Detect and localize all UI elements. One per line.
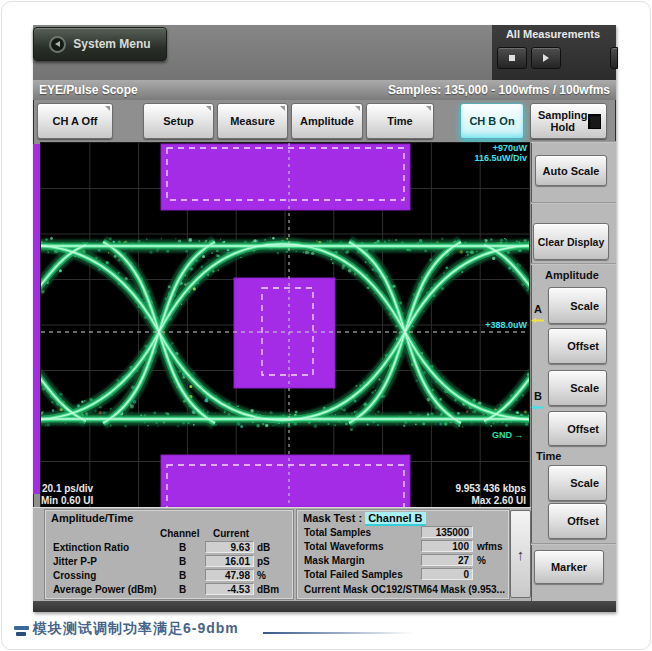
row-label: Crossing <box>53 570 96 581</box>
marker-a-level-readout: +388.0uW <box>420 320 527 330</box>
measure-label: Measure <box>230 115 275 127</box>
ch-a-label: CH A Off <box>52 115 97 127</box>
gnd-arrow-icon: → <box>515 430 524 440</box>
screenshot-stage: System Menu All Measurements EYE/Pulse S… <box>0 0 652 651</box>
measurements-extra-button[interactable] <box>610 47 618 69</box>
all-measurements-label: All Measurements <box>492 28 614 40</box>
row-label: Mask Margin <box>304 555 365 566</box>
measurements-stop-button[interactable] <box>497 47 527 69</box>
top-level-readout: +970uW <box>420 143 527 153</box>
sampling-hold-label: SamplingHold <box>538 109 588 133</box>
bottom-bezel <box>33 601 616 612</box>
time-section-label: Time <box>536 450 561 462</box>
setup-button[interactable]: Setup <box>143 103 214 139</box>
time-offset-button[interactable]: Offset <box>548 503 607 539</box>
mask-region-center <box>234 278 335 388</box>
current-mask-value: OC192/STM64 Mask (9.953... <box>371 584 505 595</box>
ch-a-button[interactable]: CH A Off <box>37 103 113 139</box>
samples-status: Samples: 135,000 - 100wfms / 100wfms <box>388 83 610 97</box>
current-mask-label: Current Mask <box>304 584 368 595</box>
min-ui-readout: Min 0.60 UI <box>41 495 93 506</box>
time-scale-button[interactable]: Scale <box>548 465 607 501</box>
row-label: Jitter P-P <box>53 556 97 567</box>
amplitude-table-title: Amplitude/Time <box>51 512 133 524</box>
sampling-hold-button[interactable]: SamplingHold <box>530 103 607 139</box>
app-title: EYE/Pulse Scope <box>39 83 138 97</box>
system-menu-label: System Menu <box>73 37 150 51</box>
measure-button[interactable]: Measure <box>217 103 288 139</box>
bitrate-readout: 9.953 436 kbps <box>400 483 526 494</box>
time-per-div-readout: 20.1 ps/div <box>42 483 93 494</box>
gnd-marker: GND → <box>492 430 524 440</box>
caption-rule <box>263 632 413 634</box>
title-bar: EYE/Pulse Scope Samples: 135,000 - 100wf… <box>33 80 616 100</box>
row-label: Total Samples <box>304 527 371 538</box>
ch-b-button[interactable]: CH B On <box>460 103 524 139</box>
row-value: 27 <box>421 554 473 566</box>
play-icon <box>543 54 549 62</box>
system-menu-icon <box>49 36 66 53</box>
measurements-run-button[interactable] <box>531 47 561 69</box>
row-label: Total Waveforms <box>304 541 383 552</box>
amplitude-scale-b-button[interactable]: Scale <box>548 370 607 406</box>
up-arrow-icon: ↑ <box>517 546 525 563</box>
scale-per-div-readout: 116.5uW/Div <box>420 153 527 163</box>
row-value: 0 <box>421 568 473 580</box>
row-label: Extinction Ratio <box>53 542 129 553</box>
amplitude-scale-a-button[interactable]: Scale <box>548 287 607 324</box>
ch-b-label: CH B On <box>469 115 514 127</box>
amplitude-section-label: Amplitude <box>545 269 599 281</box>
mask-table-title: Mask Test : Channel B <box>303 512 426 524</box>
row-value: 16.01 <box>205 555 254 567</box>
clear-display-button[interactable]: Clear Display <box>533 223 609 260</box>
marker-b-label: B <box>534 390 542 402</box>
row-value: 100 <box>421 540 473 552</box>
amplitude-button[interactable]: Amplitude <box>291 103 363 139</box>
marker-a-label: A <box>534 303 542 315</box>
amplitude-offset-a-button[interactable]: Offset <box>548 328 607 364</box>
caption-text: 模块测试调制功率满足6-9dbm <box>33 620 239 638</box>
row-label: Average Power (dBm) <box>53 584 157 595</box>
marker-button[interactable]: Marker <box>534 550 604 584</box>
system-menu-button[interactable]: System Menu <box>33 27 167 61</box>
row-value: 135000 <box>421 526 473 538</box>
time-label: Time <box>387 115 412 127</box>
amplitude-label: Amplitude <box>300 115 354 127</box>
auto-scale-button[interactable]: Auto Scale <box>535 155 607 186</box>
max-ui-readout: Max 2.60 UI <box>400 495 526 506</box>
col-channel: Channel <box>160 528 199 539</box>
sampling-hold-led-icon <box>588 114 601 129</box>
mask-edge-strip <box>33 144 40 494</box>
row-value: 47.98 <box>205 569 254 581</box>
setup-label: Setup <box>163 115 194 127</box>
row-value: 9.63 <box>205 541 254 553</box>
time-button[interactable]: Time <box>366 103 434 139</box>
row-value: -4.53 <box>205 583 254 595</box>
stop-icon <box>509 55 515 61</box>
amplitude-time-table: Amplitude/Time Channel Current Extinctio… <box>44 509 294 600</box>
mask-region-bottom <box>161 455 410 507</box>
mask-channel-badge: Channel B <box>365 512 425 524</box>
mask-test-table: Mask Test : Channel B Total Samples 1350… <box>296 509 510 600</box>
scroll-up-button[interactable]: ↑ <box>510 510 531 598</box>
amplitude-offset-b-button[interactable]: Offset <box>548 411 607 446</box>
row-label: Total Failed Samples <box>304 569 403 580</box>
col-current: Current <box>213 528 249 539</box>
